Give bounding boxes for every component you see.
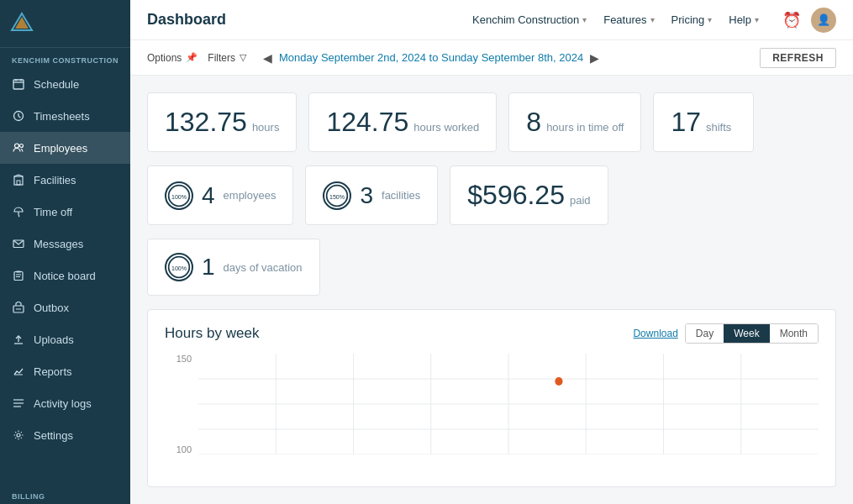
users-icon bbox=[12, 141, 25, 155]
sidebar-item-facilities-label: Facilities bbox=[34, 174, 76, 186]
sidebar-item-messages[interactable]: Messages bbox=[0, 228, 130, 260]
sidebar-item-notice-board[interactable]: Notice board bbox=[0, 260, 130, 291]
sidebar-item-time-off[interactable]: Time off bbox=[0, 196, 130, 228]
sidebar-item-settings[interactable]: Settings bbox=[0, 419, 130, 451]
sidebar-item-reports[interactable]: Reports bbox=[0, 355, 130, 387]
features-chevron-icon: ▾ bbox=[650, 15, 655, 24]
sidebar-item-messages-label: Messages bbox=[34, 238, 83, 250]
pricing-menu[interactable]: Pricing ▾ bbox=[671, 13, 713, 26]
mail-icon bbox=[12, 237, 25, 250]
stat-paid-label: paid bbox=[570, 194, 591, 207]
user-avatar[interactable]: 👤 bbox=[811, 8, 836, 33]
toolbar: Options 📌 Filters ▽ ◀ Monday September 2… bbox=[130, 40, 853, 76]
stat-hours-label: hours bbox=[252, 121, 280, 134]
sidebar-item-employees[interactable]: Employees bbox=[0, 132, 130, 164]
y-label-150: 150 bbox=[165, 354, 195, 364]
upload-icon bbox=[12, 333, 25, 346]
stats-row-2: 100% 4 employees 150% 3 facilities bbox=[147, 165, 836, 225]
stat-facilities-label: facilities bbox=[382, 189, 420, 202]
chart-svg bbox=[198, 354, 819, 454]
chart-section: Hours by week Download Day Week Month 15… bbox=[147, 309, 836, 487]
chart-controls: Download Day Week Month bbox=[633, 323, 819, 344]
features-menu[interactable]: Features ▾ bbox=[603, 13, 654, 26]
sidebar-item-uploads[interactable]: Uploads bbox=[0, 323, 130, 355]
refresh-button[interactable]: REFRESH bbox=[760, 48, 836, 68]
chart-period-selector: Day Week Month bbox=[685, 323, 819, 344]
sidebar-item-time-off-label: Time off bbox=[34, 206, 72, 218]
stat-time-off-label: hours in time off bbox=[546, 121, 624, 134]
topnav-icons: ⏰ 👤 bbox=[782, 8, 836, 33]
sidebar: KENCHIM CONSTRUCTION Schedule Timesheets… bbox=[0, 0, 130, 504]
vacation-circle-icon: 100% bbox=[165, 253, 193, 281]
umbrella-icon bbox=[12, 205, 25, 218]
main-content: Dashboard Kenchim Construction ▾ Feature… bbox=[130, 0, 853, 504]
stat-hours: 132.75 hours bbox=[147, 92, 297, 152]
outbox-icon bbox=[12, 301, 25, 314]
stat-paid-number: $596.25 bbox=[467, 180, 565, 211]
alarm-icon[interactable]: ⏰ bbox=[782, 11, 801, 29]
sidebar-item-notice-board-label: Notice board bbox=[34, 270, 96, 282]
building-icon bbox=[12, 173, 25, 186]
stat-employees: 100% 4 employees bbox=[147, 165, 293, 225]
options-pin-icon: 📌 bbox=[186, 52, 197, 63]
sidebar-item-activity-logs[interactable]: Activity logs bbox=[0, 387, 130, 419]
next-date-arrow[interactable]: ▶ bbox=[590, 51, 599, 65]
sidebar-company-label: KENCHIM CONSTRUCTION bbox=[0, 48, 130, 68]
sidebar-item-schedule-label: Schedule bbox=[34, 78, 79, 91]
stat-paid: $596.25 paid bbox=[450, 165, 608, 225]
stat-hours-worked-number: 124.75 bbox=[326, 107, 408, 138]
day-period-button[interactable]: Day bbox=[686, 324, 724, 343]
filters-button[interactable]: Filters ▽ bbox=[208, 52, 246, 64]
stat-employees-label: employees bbox=[224, 189, 276, 202]
sidebar-item-uploads-label: Uploads bbox=[34, 333, 74, 346]
stats-row-1: 132.75 hours 124.75 hours worked 8 hours… bbox=[147, 92, 836, 152]
gear-icon bbox=[12, 428, 25, 442]
sidebar-item-facilities[interactable]: Facilities bbox=[0, 164, 130, 196]
svg-point-29 bbox=[17, 433, 20, 437]
filters-funnel-icon: ▽ bbox=[240, 52, 246, 63]
options-button[interactable]: Options 📌 bbox=[147, 52, 197, 64]
week-period-button[interactable]: Week bbox=[724, 324, 769, 343]
stat-shifts-number: 17 bbox=[671, 107, 701, 138]
facilities-circle-icon: 150% bbox=[323, 181, 351, 210]
content-area: 132.75 hours 124.75 hours worked 8 hours… bbox=[130, 76, 853, 504]
stat-time-off-number: 8 bbox=[526, 107, 541, 138]
svg-point-9 bbox=[15, 144, 19, 148]
sidebar-item-reports-label: Reports bbox=[34, 365, 72, 378]
company-menu[interactable]: Kenchim Construction ▾ bbox=[472, 13, 587, 26]
clock-icon bbox=[12, 109, 25, 123]
stat-facilities: 150% 3 facilities bbox=[305, 165, 438, 225]
sidebar-item-activity-logs-label: Activity logs bbox=[34, 397, 92, 410]
stat-vacation-number: 1 bbox=[202, 254, 215, 281]
download-button[interactable]: Download bbox=[633, 328, 677, 339]
help-menu[interactable]: Help ▾ bbox=[729, 13, 759, 26]
month-period-button[interactable]: Month bbox=[770, 324, 818, 343]
page-title: Dashboard bbox=[147, 11, 226, 29]
topnav: Dashboard Kenchim Construction ▾ Feature… bbox=[130, 0, 853, 40]
help-chevron-icon: ▾ bbox=[755, 15, 759, 24]
sidebar-item-timesheets[interactable]: Timesheets bbox=[0, 100, 130, 132]
sidebar-item-outbox[interactable]: Outbox bbox=[0, 291, 130, 323]
svg-rect-17 bbox=[14, 272, 23, 281]
chart-area: 150 100 bbox=[165, 354, 819, 454]
logo-icon bbox=[10, 12, 34, 35]
prev-date-arrow[interactable]: ◀ bbox=[263, 51, 272, 65]
stat-hours-number: 132.75 bbox=[165, 107, 247, 138]
sidebar-item-schedule[interactable]: Schedule bbox=[0, 68, 130, 100]
date-range-display: Monday September 2nd, 2024 to Sunday Sep… bbox=[279, 51, 583, 64]
stat-vacation: 100% 1 days of vacation bbox=[147, 239, 320, 296]
svg-rect-14 bbox=[17, 181, 20, 185]
employees-circle-icon: 100% bbox=[165, 181, 193, 210]
svg-text:100%: 100% bbox=[171, 193, 187, 199]
svg-text:100%: 100% bbox=[171, 265, 187, 271]
sidebar-item-employees-label: Employees bbox=[34, 142, 87, 155]
chart-y-labels: 150 100 bbox=[165, 354, 195, 454]
calendar-icon bbox=[12, 77, 25, 91]
stat-hours-worked-label: hours worked bbox=[413, 121, 479, 134]
stat-shifts-label: shifts bbox=[706, 121, 731, 134]
clipboard-icon bbox=[12, 269, 25, 282]
chart-header: Hours by week Download Day Week Month bbox=[165, 323, 819, 344]
stat-time-off: 8 hours in time off bbox=[508, 92, 641, 152]
list-icon bbox=[12, 396, 25, 410]
svg-text:150%: 150% bbox=[329, 193, 345, 199]
